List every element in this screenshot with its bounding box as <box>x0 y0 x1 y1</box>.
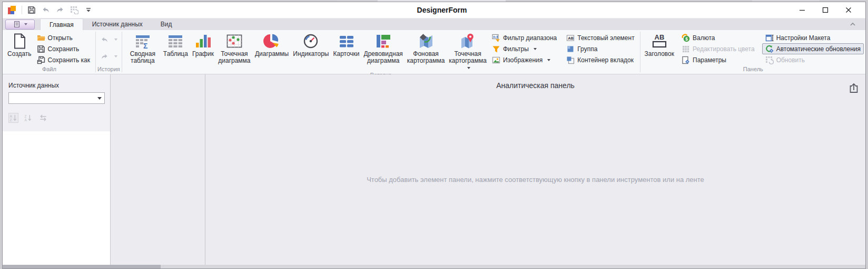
currency-button[interactable]: $ Валюта <box>678 32 758 43</box>
dashboard-title: Аналитическая панель <box>205 81 865 90</box>
undo-arrow-icon <box>100 36 109 44</box>
ribbon-group-dashboard: AB Заголовок $ <box>641 30 865 74</box>
create-button[interactable]: Создать <box>5 31 34 57</box>
tab-datasource[interactable]: Источник данных <box>83 18 152 30</box>
svg-text:$: $ <box>685 36 688 41</box>
save-icon[interactable] <box>27 5 36 15</box>
data-source-label: Источник данных <box>8 82 105 89</box>
redo-icon[interactable] <box>55 5 65 15</box>
qat-customize-icon[interactable] <box>84 5 93 15</box>
ribbon-group-history: История <box>96 30 121 74</box>
group-caption-history: История <box>96 65 121 74</box>
currency-icon: $ <box>682 34 690 42</box>
undo-button <box>100 34 117 45</box>
table-button[interactable]: Таблица <box>161 31 190 57</box>
geopoint-map-button[interactable]: Точечная картограмма <box>447 31 489 71</box>
edit-colors-button: Редактировать цвета <box>678 43 758 54</box>
open-folder-icon <box>37 34 45 42</box>
title-ab-icon: AB <box>651 33 668 50</box>
application-menu-button[interactable] <box>5 20 35 30</box>
export-icon <box>848 82 860 94</box>
text-element-button[interactable]: AB Текстовый элемент <box>563 32 637 43</box>
bottom-edge <box>3 265 865 268</box>
ribbon-group-file: Создать Открыть <box>4 30 95 74</box>
maximize-button[interactable] <box>814 3 837 17</box>
open-button[interactable]: Открыть <box>34 32 93 43</box>
svg-text:Σ: Σ <box>143 42 147 50</box>
data-source-combobox[interactable] <box>8 92 105 104</box>
title-bar: DesignerForm <box>3 2 865 18</box>
funnel-icon <box>492 45 500 53</box>
combobox-dropdown-button[interactable] <box>95 93 104 103</box>
new-page-icon <box>11 33 28 50</box>
gauges-button[interactable]: Индикаторы <box>291 31 331 57</box>
automatic-updates-button[interactable]: Автоматические обновления <box>762 43 864 54</box>
dropdown-arrow-icon <box>467 67 470 69</box>
export-button[interactable] <box>848 82 860 94</box>
tab-view[interactable]: Вид <box>152 18 181 30</box>
treemap-button[interactable]: Древовидная диаграмма <box>362 31 405 64</box>
minimize-button[interactable] <box>791 3 814 17</box>
save-as-button[interactable]: Сохранить как <box>34 54 93 65</box>
layout-settings-icon <box>765 34 774 42</box>
bar-chart-icon <box>194 33 211 50</box>
ribbon-group-insert: Σ Сводная таблица <box>123 30 639 74</box>
layout-settings-button[interactable]: Настройки Макета <box>762 32 864 43</box>
range-filter-button[interactable]: Фильтр диапазона <box>489 32 560 43</box>
app-window: DesignerForm Главная Источник данных Ви <box>2 2 866 269</box>
content-area: Источник данных A Z <box>3 74 865 265</box>
quick-access-toolbar <box>3 5 93 15</box>
window-title: DesignerForm <box>93 6 791 14</box>
ribbon-tabs: Главная Источник данных Вид <box>40 18 181 30</box>
group-divider <box>95 32 96 72</box>
close-button[interactable] <box>837 3 860 17</box>
scatter-chart-icon <box>226 33 243 50</box>
save-button[interactable]: Сохранить <box>34 43 93 54</box>
title-button[interactable]: AB Заголовок <box>643 31 676 57</box>
undo-icon[interactable] <box>41 5 51 15</box>
redo-arrow-icon <box>100 53 109 61</box>
dropdown-arrow-icon <box>114 55 117 57</box>
choropleth-map-icon <box>418 33 435 50</box>
swap-arrows-icon <box>38 113 48 123</box>
floppy-icon <box>37 45 45 53</box>
field-list[interactable] <box>3 131 110 265</box>
refresh-icon <box>765 56 774 64</box>
dropdown-arrow-icon <box>547 59 550 61</box>
ribbon-collapse-button[interactable] <box>847 20 858 28</box>
dashboard-surface[interactable]: Аналитическая панель Чтобы добавить элем… <box>205 74 865 265</box>
dropdown-arrow-icon <box>534 48 537 50</box>
choropleth-map-button[interactable]: Фоновая картограмма <box>405 31 447 64</box>
data-source-panel-header: Источник данных A Z <box>3 74 110 131</box>
scatter-chart-button[interactable]: Точечная диаграмма <box>216 31 253 64</box>
dropdown-arrow-icon <box>24 23 27 25</box>
ribbon: Создать Открыть <box>3 30 865 74</box>
images-button[interactable]: Изображения <box>489 54 560 65</box>
svg-text:AB: AB <box>568 35 574 40</box>
pie-chart-icon <box>263 33 280 50</box>
tab-container-button[interactable]: Контейнер вкладок <box>563 54 637 65</box>
tab-home[interactable]: Главная <box>40 18 83 30</box>
sort-descending-icon: Z A <box>23 113 33 123</box>
chevron-up-icon <box>850 22 856 26</box>
cards-button[interactable]: Карточки <box>331 31 361 57</box>
geopoint-map-icon <box>459 33 476 50</box>
svg-text:AB: AB <box>654 33 664 41</box>
document-list-icon <box>13 21 21 28</box>
table-icon <box>167 33 184 50</box>
refresh-grid-icon <box>70 5 79 15</box>
dropdown-arrow-icon <box>97 97 102 100</box>
parameters-button[interactable]: Параметры <box>678 54 758 65</box>
window-controls <box>791 3 865 17</box>
pies-button[interactable]: Диаграммы <box>253 31 291 57</box>
svg-text:A: A <box>9 114 12 118</box>
redo-button <box>100 51 117 62</box>
treemap-icon <box>375 33 392 50</box>
filters-button[interactable]: Фильтры <box>489 43 560 54</box>
separator <box>22 6 22 14</box>
pivot-table-button[interactable]: Σ Сводная таблица <box>124 31 161 64</box>
chart-button[interactable]: График <box>190 31 216 57</box>
text-ab-icon: AB <box>566 34 575 42</box>
color-grid-icon <box>682 45 690 53</box>
group-button[interactable]: Группа <box>563 43 637 54</box>
